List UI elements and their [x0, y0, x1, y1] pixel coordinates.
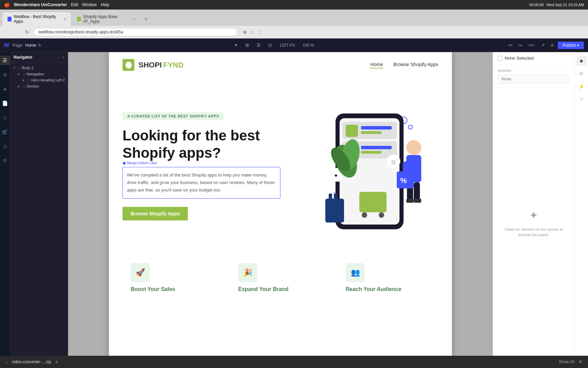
- style-panel-icon[interactable]: ◈: [576, 56, 587, 66]
- hero-heading-line2: Shopify apps?: [122, 145, 221, 161]
- sidebar-integrations-icon[interactable]: ⚙: [0, 156, 10, 165]
- hero-image: + + +: [280, 93, 438, 240]
- layout-tool-3[interactable]: ⊡: [266, 41, 274, 49]
- card-brand-title: Expand Your Brand: [238, 286, 323, 292]
- help-menu[interactable]: Help: [101, 2, 109, 7]
- icon-navigation: ◻: [22, 72, 25, 76]
- undo-tool[interactable]: ↩: [507, 41, 514, 49]
- tree-item-section[interactable]: ▶ ◻ Section: [10, 83, 68, 89]
- webflow-logo: W: [4, 42, 9, 48]
- selector-tool[interactable]: ✦: [232, 41, 240, 49]
- svg-rect-22: [334, 194, 337, 200]
- show-all-button[interactable]: Show All: [559, 359, 574, 364]
- svg-rect-11: [361, 131, 381, 134]
- hero-heading-line1: Looking for the best: [122, 127, 260, 143]
- hero-section: A CURATED LIST OF THE BEST SHOPIFY APPS …: [109, 78, 452, 248]
- icon-section: ◻: [22, 85, 25, 88]
- interactions-icon[interactable]: ⚡: [576, 81, 587, 92]
- selector-input[interactable]: [498, 75, 570, 83]
- element-checkbox[interactable]: [498, 56, 503, 61]
- hero-badge: A CURATED LIST OF THE BEST SHOPIFY APPS: [122, 112, 224, 120]
- toggle-hero-heading[interactable]: ▶: [22, 78, 26, 82]
- svg-point-25: [379, 212, 384, 218]
- ai-tool[interactable]: A: [549, 41, 556, 49]
- status-time: 00:00:00: [529, 3, 544, 7]
- svg-rect-33: [414, 199, 421, 203]
- settings-icon[interactable]: ⚙: [576, 68, 587, 79]
- svg-rect-31: [414, 182, 420, 201]
- edit-menu[interactable]: Edit: [71, 2, 78, 7]
- share-tool[interactable]: ↗: [539, 41, 547, 49]
- extensions-icon[interactable]: ⊕: [243, 29, 247, 35]
- url-bar[interactable]: webflow.com/design/best-shopify-apps-dcd…: [33, 28, 238, 36]
- toast-expand-icon[interactable]: ∧: [55, 359, 58, 364]
- navigator-expand-icon[interactable]: ↕: [58, 55, 60, 60]
- url-text: webflow.com/design/best-shopify-apps-dcd…: [38, 30, 123, 34]
- mac-os-bar: 🍎 Wondershare UniConverter Edit Window H…: [0, 0, 588, 10]
- toast-close-button[interactable]: ✕: [578, 359, 583, 365]
- sidebar-assets-icon[interactable]: ◈: [0, 84, 10, 94]
- sidebar-pages-icon[interactable]: 📄: [0, 98, 10, 108]
- toggle-navigation[interactable]: ▶: [18, 72, 21, 76]
- tree-item-body2[interactable]: ▼ ◻ Body 2: [10, 65, 68, 71]
- site-navigation: SHOPIFYND Home Browse Shopify Apps: [109, 52, 452, 78]
- sidebar-seo-icon[interactable]: ◎: [0, 141, 10, 151]
- shopify-favicon: [77, 17, 81, 21]
- card-sales-title: Boost Your Sales: [131, 286, 215, 292]
- tab-webflow-close[interactable]: ✕: [63, 17, 66, 21]
- nav-browse[interactable]: Browse Shopify Apps: [393, 62, 438, 68]
- download-toast: ↓ video-converter-....zip ∧ Show All ✕: [0, 356, 588, 368]
- toggle-section[interactable]: ▶: [18, 85, 21, 88]
- card-audience-icon: 👥: [346, 263, 365, 282]
- navigator-close-icon[interactable]: ✕: [62, 55, 65, 60]
- nav-tree: ▼ ◻ Body 2 ▶ ◻ Navigation ▶ ◻ Hero Hea: [10, 63, 68, 91]
- page-prefix: Page:: [13, 43, 23, 48]
- logo-shopi: SHOPI: [138, 61, 162, 70]
- page-refresh-icon[interactable]: ↻: [38, 43, 42, 48]
- svg-rect-15: [361, 151, 381, 154]
- tab-shopify-label: Shopify Apps Base: AT_Apps: [83, 14, 129, 24]
- icon-body2: ◻: [18, 66, 20, 70]
- label-navigation: Navigation: [27, 72, 44, 76]
- sidebar-navigator-icon[interactable]: ☰: [0, 56, 10, 65]
- svg-rect-10: [361, 126, 392, 129]
- tree-item-navigation[interactable]: ▶ ◻ Navigation: [10, 71, 68, 77]
- sidebar-ecom-icon[interactable]: 🛒: [0, 127, 10, 137]
- nav-home[interactable]: Home: [370, 62, 383, 68]
- px-display: 1327 PX: [279, 43, 295, 48]
- refresh-button[interactable]: ↻: [24, 29, 31, 35]
- margin-indicator: Margin bottom 24px: [123, 161, 157, 165]
- hero-cta-button[interactable]: Browse Shopify Apps: [122, 207, 188, 220]
- layout-tool-1[interactable]: ⊞: [243, 41, 251, 49]
- zoom-level: 100 %: [303, 43, 314, 48]
- hero-heading: Looking for the best Shopify apps?: [122, 127, 280, 162]
- tab-shopify-close[interactable]: ✕: [133, 17, 135, 21]
- app-name: Wondershare UniConverter: [14, 2, 67, 7]
- code-tool[interactable]: </>: [526, 41, 537, 49]
- svg-rect-9: [346, 125, 358, 137]
- window-menu[interactable]: Window: [82, 2, 97, 7]
- tab-shopify[interactable]: Shopify Apps Base: AT_Apps ✕: [72, 12, 140, 26]
- redo-tool[interactable]: ↪: [517, 41, 524, 49]
- toggle-body2[interactable]: ▼: [13, 66, 16, 70]
- navigator-header: Navigator ↕ ✕: [10, 52, 68, 63]
- apple-icon: 🍎: [4, 2, 10, 7]
- sidebar-components-icon[interactable]: ⊞: [0, 70, 10, 79]
- tab-webflow[interactable]: Webflow - Best Shopify Apps ✕: [3, 12, 71, 26]
- bookmark-icon[interactable]: ☆: [250, 29, 254, 35]
- publish-button[interactable]: Publish ▾: [558, 42, 584, 49]
- margin-indicator-label: Margin bottom 24px: [127, 161, 157, 165]
- sidebar-cms-icon[interactable]: ⊙: [0, 113, 10, 122]
- new-tab-button[interactable]: +: [142, 16, 150, 22]
- forward-button[interactable]: →: [14, 29, 21, 35]
- back-button[interactable]: ←: [3, 29, 11, 35]
- label-section: Section: [27, 84, 39, 88]
- tree-item-hero-heading[interactable]: ▶ ◻ Hero Heading Left 2: [10, 77, 68, 83]
- right-panel-header: None Selected: [493, 52, 574, 64]
- left-sidebar: ☰ ⊞ ◈ 📄 ⊙ 🛒 ◎ ⚙ Navigator ↕ ✕: [0, 52, 68, 358]
- layout-tool-2[interactable]: ☰: [255, 41, 263, 49]
- help-icon[interactable]: ?: [576, 94, 587, 105]
- cursor-icon: ✦: [529, 209, 538, 222]
- more-icon[interactable]: ⋮: [257, 29, 262, 35]
- svg-text:🛒: 🛒: [391, 159, 397, 165]
